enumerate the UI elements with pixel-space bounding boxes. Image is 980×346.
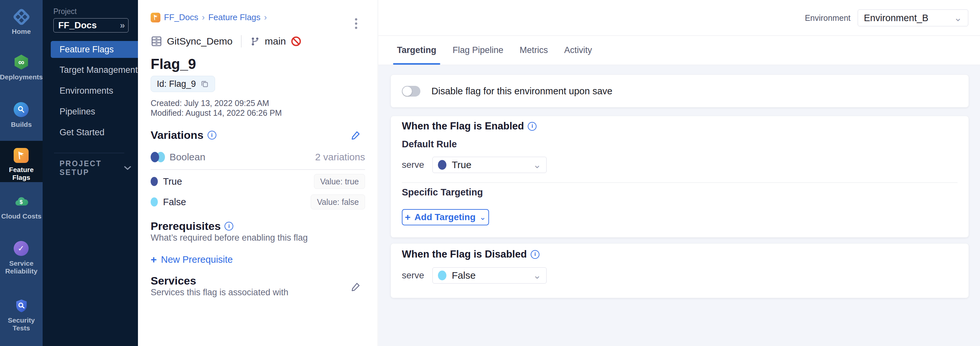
variation-type-row: Boolean 2 variations — [151, 149, 365, 165]
default-rule-serve-row: serve True ⌄ — [402, 157, 547, 173]
chevron-down-icon: ⌄ — [533, 272, 541, 279]
breadcrumb-project-link[interactable]: FF_Docs — [164, 12, 198, 22]
flag-disabled-card: When the Flag is Disabled i serve False … — [391, 244, 969, 298]
edit-variations-button[interactable] — [349, 129, 362, 142]
variation-row-true: True Value: true — [151, 174, 365, 189]
prerequisites-heading-row: Prerequisites i — [151, 220, 233, 233]
variation-row-false: False Value: false — [151, 194, 365, 210]
specific-targeting-label: Specific Targeting — [402, 187, 483, 198]
add-targeting-button[interactable]: + Add Targeting ⌄ — [402, 209, 489, 225]
environment-label: Environment — [805, 0, 851, 36]
divider — [402, 183, 958, 183]
tab-activity[interactable]: Activity — [564, 36, 592, 65]
sidebar-divider — [54, 153, 124, 153]
info-icon[interactable]: i — [528, 122, 536, 131]
chevron-down-icon: ⌄ — [954, 14, 962, 21]
deployments-icon: ∞ — [14, 55, 29, 70]
svg-text:$: $ — [19, 199, 23, 205]
default-rule-label: Default Rule — [402, 139, 457, 149]
flag-enabled-heading-row: When the Flag is Enabled i — [402, 120, 536, 132]
rail-item-home[interactable]: Home — [0, 9, 43, 35]
environment-select[interactable]: Environment_B ⌄ — [858, 10, 968, 26]
serve-disabled-value: False — [452, 270, 528, 281]
flag-enabled-heading: When the Flag is Enabled — [402, 120, 524, 132]
info-icon[interactable]: i — [208, 131, 216, 140]
variation-name: False — [163, 197, 186, 208]
plus-icon: + — [151, 254, 157, 266]
disable-flag-toggle[interactable] — [402, 86, 420, 97]
sidebar-item-pipelines[interactable]: Pipelines — [43, 103, 138, 120]
rail-item-builds[interactable]: Builds — [0, 102, 43, 129]
services-heading-row: Services — [151, 275, 196, 287]
flag-disabled-heading-row: When the Flag is Disabled i — [402, 248, 539, 260]
project-selector[interactable]: FF_Docs » — [53, 18, 129, 33]
rail-item-feature-flags[interactable]: Feature Flags — [0, 141, 43, 182]
chevron-right-icon: › — [264, 12, 267, 22]
new-prerequisite-button[interactable]: + New Prerequisite — [151, 254, 233, 266]
serve-disabled-select[interactable]: False ⌄ — [433, 267, 547, 284]
flag-options-menu-button[interactable] — [350, 16, 363, 31]
git-branch-icon — [250, 36, 260, 47]
sidebar-item-environments[interactable]: Environments — [43, 82, 138, 99]
disable-flag-label: Disable flag for this environment upon s… — [431, 86, 612, 97]
service-reliability-icon: ✓ — [14, 241, 29, 257]
rail-item-service-reliability[interactable]: ✓ Service Reliability — [0, 241, 43, 275]
services-description: Services this flag is associated with — [151, 287, 288, 298]
rail-item-deployments[interactable]: ∞ Deployments — [0, 55, 43, 81]
variation-false-dot — [151, 197, 158, 206]
rail-item-cloud-costs[interactable]: $ Cloud Costs — [0, 194, 43, 220]
security-tests-icon — [14, 298, 29, 313]
rail-item-label: Service Reliability — [0, 259, 43, 275]
sidebar-item-get-started[interactable]: Get Started — [43, 124, 138, 141]
boolean-type-icon — [151, 152, 165, 162]
git-branch-name: main — [265, 36, 286, 47]
chevron-down-icon: ⌄ — [480, 214, 486, 221]
info-icon[interactable]: i — [531, 250, 539, 259]
info-icon[interactable]: i — [224, 222, 233, 230]
created-timestamp: Created: July 13, 2022 09:25 AM — [151, 98, 269, 108]
plus-icon: + — [405, 212, 410, 223]
chevron-down-icon: ⌄ — [533, 162, 541, 168]
tab-targeting[interactable]: Targeting — [397, 36, 436, 65]
project-setup-toggle[interactable]: PROJECT SETUP — [60, 159, 131, 177]
feature-flags-icon — [14, 148, 29, 163]
serve-enabled-select[interactable]: True ⌄ — [433, 157, 547, 173]
variation-true-dot — [151, 177, 158, 186]
rail-item-label: Security Tests — [0, 316, 43, 332]
rail-item-security-tests[interactable]: Security Tests — [0, 298, 43, 332]
builds-icon — [14, 102, 29, 118]
double-chevron-icon[interactable]: » — [120, 20, 124, 30]
serve-enabled-value: True — [452, 159, 528, 170]
flag-detail-panel: FF_Docs › Feature Flags › GitSync_Demo m… — [138, 0, 378, 346]
home-icon — [14, 9, 29, 25]
breadcrumb: FF_Docs › Feature Flags › — [151, 12, 267, 22]
sidebar-item-target-management[interactable]: Target Management — [43, 62, 138, 78]
prerequisites-heading: Prerequisites — [151, 220, 221, 233]
chevron-right-icon: › — [202, 12, 205, 22]
flag-project-icon — [151, 13, 161, 22]
gitsync-repo-name: GitSync_Demo — [167, 36, 233, 47]
disable-flag-card: Disable flag for this environment upon s… — [391, 75, 969, 107]
variation-name: True — [163, 176, 182, 187]
flag-enabled-card: When the Flag is Enabled i Default Rule … — [391, 116, 969, 237]
project-label: Project — [53, 7, 77, 16]
prerequisites-description: What’s required before enabling this fla… — [151, 233, 308, 243]
targeting-content: Disable flag for this environment upon s… — [379, 65, 980, 346]
variation-value-pill: Value: true — [314, 174, 365, 189]
tab-flag-pipeline[interactable]: Flag Pipeline — [453, 36, 503, 65]
breadcrumb-feature-flags-link[interactable]: Feature Flags — [208, 12, 260, 22]
services-heading: Services — [151, 275, 196, 287]
project-sidebar: Project FF_Docs » Feature Flags Target M… — [43, 0, 138, 346]
tab-metrics[interactable]: Metrics — [520, 36, 548, 65]
repository-icon — [151, 35, 162, 48]
targeting-panel: Environment Environment_B ⌄ Targeting Fl… — [379, 0, 980, 346]
variations-heading-row: Variations i — [151, 129, 216, 141]
rail-item-label: Builds — [10, 121, 32, 129]
sidebar-item-feature-flags[interactable]: Feature Flags — [51, 41, 138, 58]
flag-disabled-heading: When the Flag is Disabled — [402, 248, 527, 260]
edit-services-button[interactable] — [349, 280, 362, 293]
environment-value: Environment_B — [864, 13, 954, 24]
project-name: FF_Docs — [58, 20, 120, 30]
variation-true-dot — [438, 160, 446, 170]
copy-icon[interactable] — [200, 80, 209, 88]
